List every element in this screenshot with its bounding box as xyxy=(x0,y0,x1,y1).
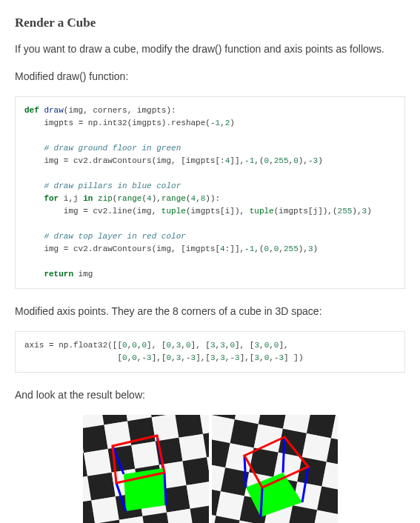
code-axis-pre: axis = np.float32([[0,0,0], [0,3,0], [3,… xyxy=(24,339,396,364)
code-draw-pre: def draw(img, corners, imgpts): imgpts =… xyxy=(24,104,396,282)
result-figure xyxy=(15,415,405,523)
code-block-axis: axis = np.float32([[0,0,0], [0,3,0], [3,… xyxy=(15,331,405,373)
chessboard-pattern xyxy=(212,415,338,523)
code-block-draw: def draw(img, corners, imgpts): imgpts =… xyxy=(15,96,405,290)
draw-fn-label: Modified draw() function: xyxy=(15,69,405,84)
result-shot-left xyxy=(83,415,209,523)
result-shot-right xyxy=(212,415,338,523)
chessboard-pattern xyxy=(83,415,209,523)
section-heading: Render a Cube xyxy=(15,13,405,33)
axis-label: Modified axis points. They are the 8 cor… xyxy=(15,304,405,319)
result-label: And look at the result below: xyxy=(15,387,405,403)
intro-paragraph: If you want to draw a cube, modify the d… xyxy=(15,41,405,57)
